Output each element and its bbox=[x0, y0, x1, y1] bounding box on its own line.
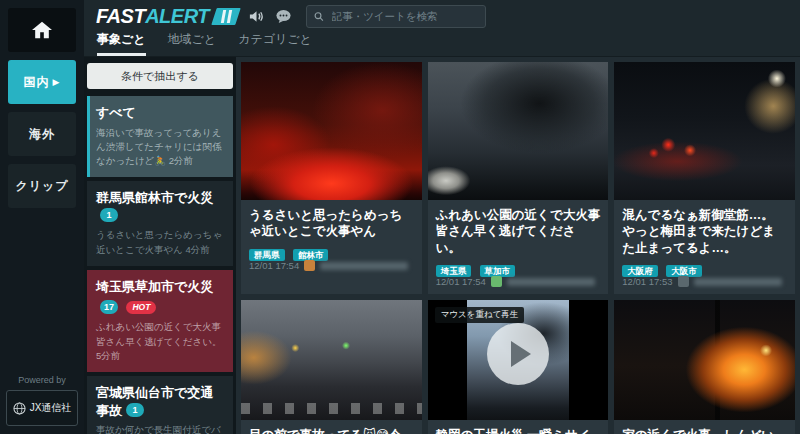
chat-bubble-icon[interactable] bbox=[275, 8, 292, 25]
count-badge: 1 bbox=[126, 403, 144, 417]
hot-badge: HOT bbox=[126, 301, 156, 314]
logo-text-fast: FAST bbox=[96, 5, 145, 28]
event-subtitle: 海沿いで事故ってってありえん渋滞してたチャリには関係なかったけど🚴 2分前 bbox=[96, 126, 224, 169]
event-list: 条件で抽出する すべて 海沿いで事故ってってありえん渋滞してたチャリには関係なか… bbox=[84, 57, 236, 434]
tab-by-category[interactable]: カテゴリごと bbox=[238, 31, 312, 56]
event-subtitle: 事故か何かで長生園付近でバスが片道ふさいで止まってる影響で北仙台周辺は地獄のよう… bbox=[96, 423, 224, 434]
author-name-redacted bbox=[694, 278, 782, 286]
card-photo[interactable] bbox=[241, 62, 422, 200]
company-name: JX通信社 bbox=[30, 401, 72, 415]
author-avatar bbox=[491, 276, 502, 287]
fastalert-app: 国内 ▶ 海外 クリップ Powered by JX通信社 FASTA bbox=[0, 0, 800, 434]
card-photo[interactable] bbox=[428, 62, 609, 200]
tweet-caption: 静岡の工場火災 一瞬ミサイルかと思ったよね。 (動画) bbox=[436, 427, 601, 434]
tweet-card[interactable]: うるさいと思ったらめっちゃ近いとこで火事やん 群馬県 館林市 12/01 17:… bbox=[241, 62, 422, 294]
search-icon bbox=[314, 11, 324, 22]
tweet-card[interactable]: 混んでるなぁ新御堂筋…。 やっと梅田まで来たけどまた止まってるよ…。 大阪府 大… bbox=[614, 62, 795, 294]
tweet-caption: 目の前で事故ってる🙀😅今日だけで2回もみてるけどー bbox=[249, 427, 414, 434]
count-badge: 1 bbox=[100, 208, 118, 222]
main-column: FASTALERT 事象ごと bbox=[84, 0, 800, 434]
nav-item-label: 海外 bbox=[29, 126, 55, 143]
tweet-card[interactable]: 目の前で事故ってる🙀😅今日だけで2回もみてるけどー bbox=[241, 300, 422, 434]
event-subtitle: ふれあい公園の近くで大火事 皆さん早く逃げてください。 5分前 bbox=[96, 320, 224, 363]
home-button[interactable] bbox=[8, 8, 76, 52]
powered-by-label: Powered by bbox=[0, 375, 84, 385]
card-photo[interactable] bbox=[614, 62, 795, 200]
author-avatar bbox=[304, 260, 315, 271]
tweet-card[interactable]: ふれあい公園の近くで大火事 皆さん早く逃げてください。 埼玉県 草加市 12/0… bbox=[428, 62, 609, 294]
search-box bbox=[306, 5, 486, 28]
nav-item-domestic[interactable]: 国内 ▶ bbox=[8, 60, 76, 104]
timestamp: 12/01 17:53 bbox=[622, 276, 672, 287]
nav-item-clip[interactable]: クリップ bbox=[8, 164, 76, 208]
content-area: 条件で抽出する すべて 海沿いで事故ってってありえん渋滞してたチャリには関係なか… bbox=[84, 57, 800, 434]
event-subtitle: うるさいと思ったらめっちゃ近いとこで火事やん 4分前 bbox=[96, 228, 224, 257]
city-tag[interactable]: 館林市 bbox=[293, 249, 329, 261]
tweet-caption: 混んでるなぁ新御堂筋…。 やっと梅田まで来たけどまた止まってるよ…。 bbox=[622, 207, 787, 256]
event-title: すべて bbox=[96, 104, 224, 122]
tweet-caption: ふれあい公園の近くで大火事 皆さん早く逃げてください。 bbox=[436, 207, 601, 256]
card-photo[interactable] bbox=[614, 300, 795, 420]
tab-by-event[interactable]: 事象ごと bbox=[97, 31, 146, 56]
tab-bar: 事象ごと 地域ごと カテゴリごと bbox=[84, 32, 800, 57]
card-video[interactable]: マウスを重ねて再生 bbox=[428, 300, 609, 420]
app-header: FASTALERT bbox=[84, 0, 800, 32]
logo-text-alert: ALERT bbox=[145, 5, 209, 28]
author-name-redacted bbox=[507, 278, 595, 286]
caret-right-icon: ▶ bbox=[53, 77, 61, 87]
prefecture-tag[interactable]: 大阪府 bbox=[622, 265, 658, 277]
search-input[interactable] bbox=[330, 9, 478, 23]
event-item-all[interactable]: すべて 海沿いで事故ってってありえん渋滞してたチャリには関係なかったけど🚴 2分… bbox=[87, 96, 233, 177]
tweet-caption: うるさいと思ったらめっちゃ近いとこで火事やん bbox=[249, 207, 414, 240]
timestamp: 12/01 17:54 bbox=[249, 260, 299, 271]
tweet-caption: 家の近くで火事。しんどい bbox=[622, 427, 787, 434]
timestamp: 12/01 17:54 bbox=[436, 276, 486, 287]
hover-to-play-badge: マウスを重ねて再生 bbox=[435, 307, 525, 323]
event-title: 宮城県仙台市で交通事故 bbox=[96, 385, 213, 418]
prefecture-tag[interactable]: 群馬県 bbox=[249, 249, 285, 261]
speaker-icon[interactable] bbox=[248, 8, 265, 25]
event-item-miyagi-accident[interactable]: 宮城県仙台市で交通事故1 事故か何かで長生園付近でバスが片道ふさいで止まってる影… bbox=[87, 376, 233, 434]
event-item-saitama-fire[interactable]: 埼玉県草加市で火災 17 HOT ふれあい公園の近くで大火事 皆さん早く逃げてく… bbox=[87, 270, 233, 372]
globe-icon bbox=[13, 402, 26, 415]
play-icon[interactable] bbox=[487, 323, 549, 385]
tweet-card-video[interactable]: マウスを重ねて再生 静岡の工場火災 一瞬ミサイルかと思ったよね。 (動画) bbox=[428, 300, 609, 434]
card-photo[interactable] bbox=[241, 300, 422, 420]
event-title: 埼玉県草加市で火災 bbox=[96, 278, 224, 296]
cards-grid: うるさいと思ったらめっちゃ近いとこで火事やん 群馬県 館林市 12/01 17:… bbox=[236, 57, 800, 434]
city-tag[interactable]: 草加市 bbox=[480, 265, 516, 277]
nav-footer: Powered by JX通信社 bbox=[0, 375, 84, 426]
nav-item-overseas[interactable]: 海外 bbox=[8, 112, 76, 156]
event-item-gunma-fire[interactable]: 群馬県館林市で火災1 うるさいと思ったらめっちゃ近いとこで火事やん 4分前 bbox=[87, 181, 233, 266]
nav-item-label: 国内 bbox=[24, 74, 50, 91]
tab-by-region[interactable]: 地域ごと bbox=[168, 31, 217, 56]
logo-slash-icon bbox=[211, 8, 241, 25]
nav-item-label: クリップ bbox=[15, 178, 68, 195]
left-nav: 国内 ▶ 海外 クリップ Powered by JX通信社 bbox=[0, 0, 84, 434]
jx-press-logo[interactable]: JX通信社 bbox=[6, 390, 78, 426]
fastalert-logo[interactable]: FASTALERT bbox=[96, 5, 238, 28]
home-icon bbox=[31, 20, 53, 40]
author-name-redacted bbox=[320, 262, 408, 270]
count-badge: 17 bbox=[100, 300, 118, 314]
city-tag[interactable]: 大阪市 bbox=[666, 265, 702, 277]
event-title: 群馬県館林市で火災 bbox=[96, 190, 213, 205]
prefecture-tag[interactable]: 埼玉県 bbox=[436, 265, 472, 277]
author-avatar bbox=[678, 276, 689, 287]
tweet-card[interactable]: 家の近くで火事。しんどい 埼玉県 草加市 bbox=[614, 300, 795, 434]
filter-button[interactable]: 条件で抽出する bbox=[87, 63, 233, 89]
